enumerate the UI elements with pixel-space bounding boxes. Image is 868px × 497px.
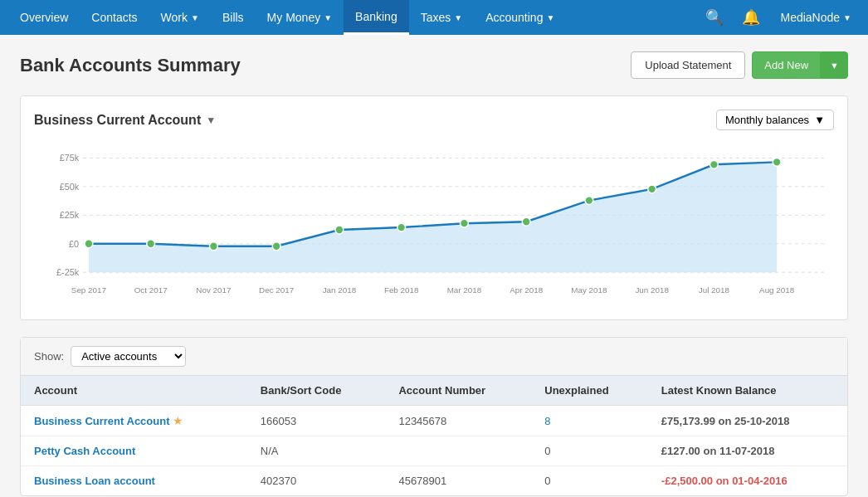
star-icon: ★ — [173, 414, 183, 427]
page-title: Bank Accounts Summary — [20, 55, 241, 76]
svg-point-18 — [522, 217, 530, 226]
unexplained-link[interactable]: 8 — [544, 415, 550, 427]
col-balance: Latest Known Balance — [648, 376, 847, 406]
svg-text:Jun 2018: Jun 2018 — [635, 285, 669, 295]
svg-point-16 — [397, 223, 406, 231]
user-chevron-icon: ▼ — [843, 13, 851, 22]
nav-taxes[interactable]: Taxes ▼ — [409, 0, 474, 35]
nav-contacts[interactable]: Contacts — [80, 0, 149, 35]
taxes-chevron-icon: ▼ — [454, 13, 462, 22]
balance-chart: £75k £50k £25k £0 £-25k — [34, 140, 834, 323]
sort-code-cell: N/A — [247, 436, 386, 466]
sort-code-cell: 402370 — [247, 466, 386, 496]
balance-cell: -£2,500.00 on 01-04-2016 — [648, 466, 847, 496]
balance-cell: £75,173.99 on 25-10-2018 — [648, 406, 847, 436]
svg-point-21 — [710, 160, 718, 168]
chart-header: Business Current Account ▼ Monthly balan… — [34, 110, 834, 130]
nav-bills[interactable]: Bills — [211, 0, 256, 35]
svg-text:Aug 2018: Aug 2018 — [759, 285, 795, 295]
svg-text:Oct 2017: Oct 2017 — [134, 285, 168, 295]
col-sort-code: Bank/Sort Code — [247, 376, 386, 406]
chart-area: £75k £50k £25k £0 £-25k — [34, 140, 834, 306]
svg-text:Jan 2018: Jan 2018 — [323, 285, 357, 295]
svg-text:£50k: £50k — [60, 182, 80, 192]
svg-point-14 — [272, 242, 280, 251]
nav-overview[interactable]: Overview — [8, 0, 80, 35]
show-accounts-select[interactable]: Active accounts All accounts Inactive ac… — [71, 346, 186, 367]
svg-point-12 — [147, 240, 155, 248]
table-row: Business Current Account ★ 166053 123456… — [21, 406, 847, 436]
unexplained-cell: 8 — [531, 406, 648, 436]
accounts-table: Account Bank/Sort Code Account Number Un… — [21, 376, 847, 495]
account-link-bca[interactable]: Business Current Account — [34, 415, 170, 427]
account-number-cell: 12345678 — [385, 406, 531, 436]
unexplained-cell: 0 — [531, 436, 648, 466]
page-header: Bank Accounts Summary Upload Statement A… — [20, 51, 848, 79]
account-cell: Business Loan account — [21, 466, 247, 496]
col-account-number: Account Number — [385, 376, 531, 406]
accounts-table-section: Show: Active accounts All accounts Inact… — [20, 337, 848, 496]
chart-section: Business Current Account ▼ Monthly balan… — [20, 95, 848, 320]
nav-accounting[interactable]: Accounting ▼ — [474, 0, 566, 35]
accounting-chevron-icon: ▼ — [546, 13, 554, 22]
svg-text:Nov 2017: Nov 2017 — [196, 285, 231, 295]
table-row: Business Loan account 402370 45678901 0 … — [21, 466, 847, 496]
search-button[interactable]: 🔍 — [699, 0, 730, 35]
svg-text:£0: £0 — [69, 239, 79, 249]
svg-text:Jul 2018: Jul 2018 — [699, 285, 730, 295]
svg-text:£-25k: £-25k — [56, 267, 80, 277]
my-money-chevron-icon: ▼ — [324, 13, 332, 22]
account-cell: Business Current Account ★ — [21, 406, 247, 436]
account-number-cell: 45678901 — [385, 466, 531, 496]
nav-banking[interactable]: Banking — [344, 0, 409, 35]
svg-point-17 — [460, 219, 468, 227]
add-new-dropdown-button[interactable]: ▼ — [821, 51, 848, 79]
user-menu-button[interactable]: MediaNode ▼ — [772, 0, 860, 35]
col-account: Account — [21, 376, 247, 406]
svg-marker-10 — [89, 162, 777, 272]
add-new-button[interactable]: Add New — [752, 51, 821, 79]
svg-point-19 — [585, 197, 593, 205]
account-link-loan[interactable]: Business Loan account — [34, 475, 155, 487]
top-navigation: Overview Contacts Work ▼ Bills My Money … — [0, 0, 868, 35]
account-cell: Petty Cash Account — [21, 436, 247, 466]
svg-text:Sep 2017: Sep 2017 — [71, 285, 106, 295]
period-chevron-icon: ▼ — [814, 114, 825, 126]
work-chevron-icon: ▼ — [191, 13, 199, 22]
account-number-cell — [385, 436, 531, 466]
svg-point-20 — [648, 185, 656, 193]
svg-point-22 — [773, 158, 781, 166]
svg-point-11 — [85, 240, 93, 248]
col-unexplained: Unexplained — [531, 376, 648, 406]
svg-point-15 — [335, 226, 344, 234]
upload-statement-button[interactable]: Upload Statement — [631, 51, 745, 79]
table-header-row: Account Bank/Sort Code Account Number Un… — [21, 376, 847, 406]
add-new-button-group: Add New ▼ — [752, 51, 848, 79]
svg-text:Dec 2017: Dec 2017 — [259, 285, 294, 295]
svg-text:Apr 2018: Apr 2018 — [510, 285, 543, 295]
header-actions: Upload Statement Add New ▼ — [631, 51, 848, 79]
table-controls: Show: Active accounts All accounts Inact… — [21, 338, 847, 376]
account-link-petty[interactable]: Petty Cash Account — [34, 445, 135, 457]
balance-cell: £127.00 on 11-07-2018 — [648, 436, 847, 466]
nav-my-money[interactable]: My Money ▼ — [256, 0, 344, 35]
table-row: Petty Cash Account N/A 0 £127.00 on 11-0… — [21, 436, 847, 466]
svg-text:Feb 2018: Feb 2018 — [384, 285, 419, 295]
svg-text:May 2018: May 2018 — [571, 285, 607, 295]
unexplained-cell: 0 — [531, 466, 648, 496]
notification-button[interactable]: 🔔 — [735, 0, 767, 35]
svg-text:£75k: £75k — [60, 153, 80, 163]
period-selector-button[interactable]: Monthly balances ▼ — [716, 110, 834, 130]
chart-title: Business Current Account ▼ — [34, 113, 216, 128]
svg-text:Mar 2018: Mar 2018 — [447, 285, 482, 295]
show-label: Show: — [34, 350, 64, 363]
sort-code-cell: 166053 — [247, 406, 386, 436]
svg-point-13 — [209, 242, 217, 251]
chart-account-dropdown-icon: ▼ — [206, 115, 216, 126]
svg-text:£25k: £25k — [60, 210, 80, 220]
nav-work[interactable]: Work ▼ — [149, 0, 211, 35]
